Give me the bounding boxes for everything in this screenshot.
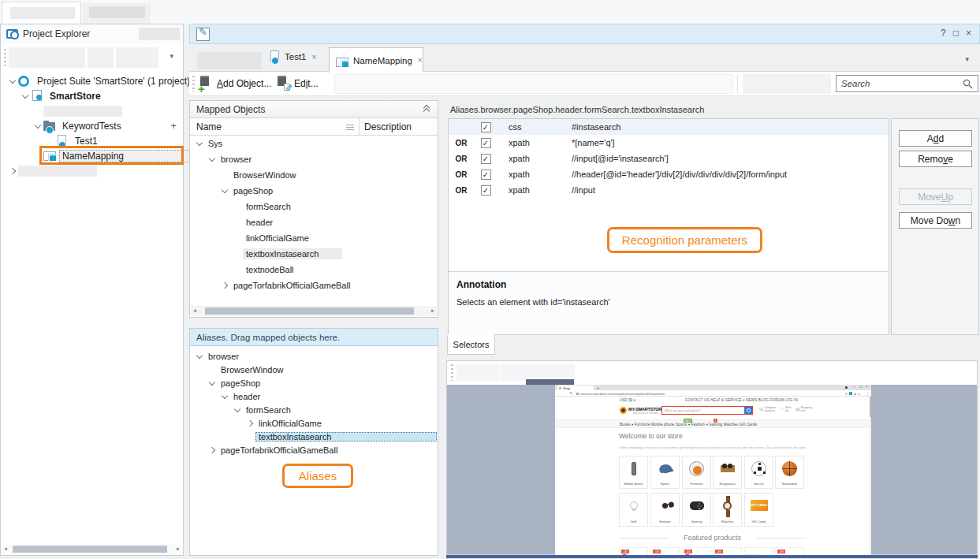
toolbar-placeholder-button[interactable] (116, 47, 158, 68)
close-button[interactable]: × (966, 28, 971, 39)
scrollbar-thumb[interactable] (13, 546, 167, 553)
tab-list-dropdown-icon[interactable]: ▾ (965, 55, 969, 63)
browser-extension-icons: ★♟● (844, 392, 860, 396)
edit-button[interactable]: ✎ Edit... (276, 72, 319, 95)
maximize-button[interactable]: □ (953, 28, 959, 39)
recognition-parameter-row[interactable]: OR✓xpath*[name='q'] (449, 135, 889, 151)
scroll-right-icon[interactable]: ► (430, 308, 435, 313)
toolbar-placeholder-button[interactable] (9, 47, 85, 68)
tab-close-icon[interactable]: × (312, 53, 317, 61)
mapped-objects-title: Mapped Objects (196, 104, 265, 115)
tab-test1-label: Test1 (285, 52, 307, 61)
tree-item-Sys[interactable]: Sys (190, 136, 438, 151)
tab-placeholder[interactable] (197, 52, 262, 69)
scroll-left-icon[interactable]: ◄ (192, 308, 197, 313)
tab-selectors[interactable]: Selectors (447, 335, 495, 355)
chevron-closed-icon[interactable] (219, 283, 230, 288)
checkbox[interactable]: ✓ (481, 185, 491, 196)
tree-item-header[interactable]: header (190, 389, 438, 403)
chevron-open-icon[interactable] (219, 395, 230, 398)
tree-item-BrowserWindow[interactable]: BrowserWindow (190, 363, 438, 376)
checkbox[interactable]: ✓ (481, 138, 491, 148)
remove-button[interactable]: Remove (899, 151, 972, 167)
chevron-closed-icon[interactable] (244, 421, 255, 426)
editor-title-bar: ✎ ? □ × (189, 24, 980, 44)
collapse-icon[interactable] (423, 106, 431, 114)
tree-item-label: BrowserWindow (218, 364, 286, 375)
chevron-down-icon[interactable]: ▾ (170, 52, 173, 60)
tree-item-pageShop[interactable]: pageShop (190, 376, 438, 389)
chevron-open-icon[interactable] (207, 158, 218, 161)
recognition-parameter-row[interactable]: ✓css#instasearch (449, 119, 889, 135)
preview-toolbar-placeholder[interactable] (500, 364, 575, 381)
top-tab-inactive[interactable] (83, 3, 151, 24)
tab-close-icon[interactable]: × (418, 56, 423, 65)
tree-item-Project Suite 'SmartStore' (1 project)[interactable]: Project Suite 'SmartStore' (1 project) (1, 73, 183, 88)
editor-toolbar: + Add Object... ✎ Edit... Search (189, 72, 980, 96)
top-tab-active[interactable] (2, 2, 81, 24)
tree-item-textboxInstasearch[interactable]: textboxInstasearch (190, 246, 438, 262)
recognition-parameter-row[interactable]: OR✓xpath//input (449, 182, 889, 198)
move-up-button[interactable]: Move Up (899, 188, 972, 205)
checkbox[interactable]: ✓ (481, 122, 491, 132)
chevron-open-icon[interactable] (194, 142, 205, 145)
tree-item-browser[interactable]: browser (190, 151, 438, 167)
selector-type: xpath (497, 154, 568, 163)
search-input[interactable]: Search (836, 75, 978, 92)
scroll-left-icon[interactable]: ◄ (3, 546, 8, 551)
help-button[interactable]: ? (941, 28, 946, 39)
redacted-item (18, 166, 97, 177)
tab-test1[interactable]: Test1 × (267, 50, 316, 63)
tree-item-pageTorfabrikOfficialGameBall[interactable]: pageTorfabrikOfficialGameBall (190, 443, 438, 457)
tree-item-linkOfficialGame[interactable]: linkOfficialGame (190, 416, 438, 430)
column-name[interactable]: Name (190, 118, 360, 135)
chevron-open-icon[interactable] (20, 95, 31, 98)
toolbar-grip[interactable] (192, 76, 195, 92)
chevron-closed-icon[interactable] (7, 169, 18, 173)
tree-item-header[interactable]: header (190, 214, 438, 230)
scroll-right-icon[interactable]: ► (176, 546, 181, 551)
preview-tab-indicator (526, 379, 574, 385)
tree-item-linkOfficialGame[interactable]: linkOfficialGame (190, 230, 438, 246)
toolbar-grip[interactable] (4, 49, 6, 66)
checkbox[interactable]: ✓ (481, 170, 491, 180)
chevron-open-icon[interactable] (7, 80, 18, 83)
recognition-parameter-row[interactable]: OR✓xpath//header[@id='header']/div[2]/di… (449, 166, 889, 182)
chevron-closed-icon[interactable] (207, 448, 218, 453)
toolbar-placeholder-button[interactable] (88, 47, 114, 68)
add-icon[interactable]: + (170, 120, 177, 132)
checkbox[interactable]: ✓ (481, 154, 491, 164)
tab-namemapping[interactable]: NameMapping × (329, 47, 423, 73)
tree-item-pageTorfabrikOfficialGameBall[interactable]: pageTorfabrikOfficialGameBall (190, 278, 438, 293)
move-down-button[interactable]: Move Down (899, 212, 972, 229)
chevron-open-icon[interactable] (207, 382, 218, 385)
tree-item-NameMapping[interactable]: NameMapping (1, 148, 183, 163)
chevron-open-icon[interactable] (232, 408, 243, 412)
chevron-open-icon[interactable] (32, 125, 43, 128)
add-button[interactable]: Add (899, 130, 972, 147)
tree-item-placeholder[interactable] (1, 163, 183, 178)
tree-item-Test1[interactable]: Test1 (1, 133, 183, 148)
mapped-objects-hscrollbar[interactable]: ◄ ► (191, 306, 437, 316)
tree-item-textboxInstasearch[interactable]: textboxInstasearch (190, 430, 438, 443)
add-object-button[interactable]: + Add Object... (199, 72, 271, 95)
tree-item-browser[interactable]: browser (190, 349, 438, 363)
chevron-open-icon[interactable] (194, 355, 205, 358)
tree-item-KeywordTests[interactable]: KeywordTests+ (1, 118, 183, 133)
tree-item-BrowserWindow[interactable]: BrowserWindow (190, 167, 438, 183)
toolbar-grip[interactable] (451, 364, 453, 381)
scrollbar-thumb[interactable] (205, 307, 414, 315)
project-explorer-hscrollbar[interactable]: ◄ ► (2, 544, 182, 554)
tree-item-formSearch[interactable]: formSearch (190, 199, 438, 214)
tree-item-formSearch[interactable]: formSearch (190, 403, 438, 416)
recognition-parameter-row[interactable]: OR✓xpath//input[@id='instasearch'] (449, 151, 889, 166)
tree-item-label: textboxInstasearch (255, 431, 334, 442)
tree-item-placeholder[interactable] (1, 103, 183, 118)
tree-item-textnodeBall[interactable]: textnodeBall (190, 262, 438, 278)
preview-toolbar-placeholder[interactable] (456, 364, 499, 381)
column-description[interactable]: Description (360, 118, 438, 135)
tree-item-SmartStore[interactable]: SmartStore (1, 88, 183, 103)
favicon (559, 387, 561, 389)
tree-item-pageShop[interactable]: pageShop (190, 183, 438, 199)
chevron-open-icon[interactable] (219, 189, 230, 192)
